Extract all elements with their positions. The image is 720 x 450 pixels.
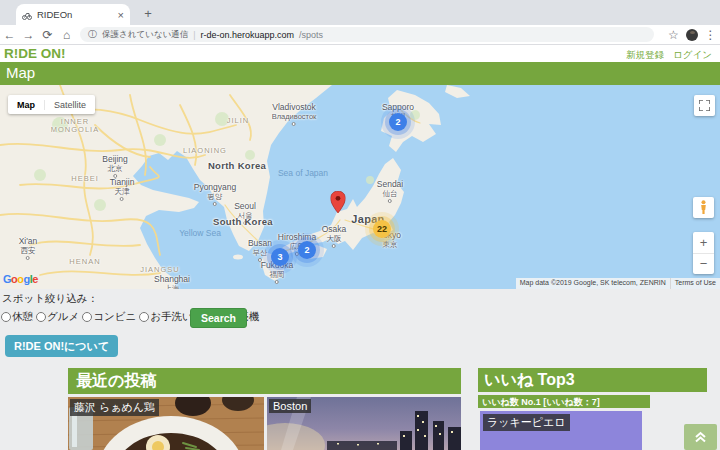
map-label: Shanghai上海 xyxy=(154,275,190,289)
filter-option-1[interactable]: グルメ xyxy=(36,310,79,324)
attribution-text: Map data ©2019 Google, SK telecom, ZENRI… xyxy=(516,278,670,289)
search-button[interactable]: Search xyxy=(190,308,247,328)
login-link[interactable]: ログイン xyxy=(673,49,712,62)
map-title-bar: Map xyxy=(0,62,720,85)
map-label: Tianjin天津 xyxy=(110,178,135,201)
map-title: Map xyxy=(0,62,720,81)
filter-option-label: お手洗い xyxy=(150,310,193,324)
map-label: VladivostokВладивосток xyxy=(272,103,317,126)
map-type-control: Map Satellite xyxy=(8,95,95,114)
reload-icon[interactable]: ⟳ xyxy=(38,28,57,42)
map-label: Osaka大阪 xyxy=(322,225,347,248)
map-label: Yellow Sea xyxy=(179,229,221,239)
pegman-button[interactable] xyxy=(693,197,714,218)
map-label: HENAN xyxy=(69,258,100,266)
google-logo[interactable]: Google xyxy=(3,273,38,285)
about-button[interactable]: R!DE ON!について xyxy=(5,335,118,357)
cluster-marker[interactable]: 2 xyxy=(389,113,407,131)
auth-links: 新規登録 ログイン xyxy=(626,49,712,62)
url-host: r-de-on.herokuapp.com xyxy=(201,30,295,40)
pegman-icon xyxy=(699,200,708,215)
zoom-out-button[interactable]: − xyxy=(693,254,714,275)
filter-radio[interactable] xyxy=(36,312,46,322)
map-label: South Korea xyxy=(213,217,273,228)
map-label: HEBEI xyxy=(71,175,99,183)
cluster-marker[interactable]: 22 xyxy=(373,220,391,238)
map-label: Pyongyang평양 xyxy=(194,183,237,206)
profile-avatar[interactable] xyxy=(686,29,698,41)
filter-option-label: 休憩 xyxy=(12,310,33,324)
forward-icon[interactable]: → xyxy=(19,28,38,42)
new-tab-button[interactable]: + xyxy=(140,6,156,21)
map-attribution: Map data ©2019 Google, SK telecom, ZENRI… xyxy=(516,278,720,289)
map-terrain xyxy=(0,85,720,289)
url-separator: | xyxy=(193,30,195,40)
terms-link[interactable]: Terms of Use xyxy=(670,278,720,289)
map-label: Sea of Japan xyxy=(278,169,328,179)
likes-top3-header: いいね Top3 xyxy=(478,368,707,392)
filter-option-label: コンビニ xyxy=(93,310,136,324)
filter-option-3[interactable]: お手洗い xyxy=(139,310,193,324)
map-label: North Korea xyxy=(208,161,266,172)
likes-rank1-bar: いいね数 No.1 [いいね数：7] xyxy=(478,395,650,408)
recent-post-card-ramen[interactable]: 藤沢 らぁめん鶏 xyxy=(68,397,264,450)
bookmark-star-icon[interactable]: ☆ xyxy=(664,28,683,42)
scroll-to-top-button[interactable] xyxy=(684,424,717,450)
address-bar: ← → ⟳ ⌂ ⓘ 保護されていない通信 | r-de-on.herokuapp… xyxy=(0,25,720,45)
cluster-marker[interactable]: 3 xyxy=(271,248,289,266)
browser-window: RIDEOn × + ← → ⟳ ⌂ ⓘ 保護されていない通信 | r-de-o… xyxy=(0,0,720,450)
browser-tab[interactable]: RIDEOn × xyxy=(16,4,130,25)
site-logo[interactable]: R!DE ON! xyxy=(4,46,66,61)
map-label: Xi'an西安 xyxy=(19,237,38,260)
map-type-map-button[interactable]: Map xyxy=(8,100,44,110)
url-path: /spots xyxy=(299,30,323,40)
url-field[interactable]: ⓘ 保護されていない通信 | r-de-on.herokuapp.com /sp… xyxy=(80,27,654,42)
filter-radio[interactable] xyxy=(82,312,92,322)
chevron-double-up-icon xyxy=(694,431,707,443)
recent-posts-header: 最近の投稿 xyxy=(68,368,461,394)
filter-option-2[interactable]: コンビニ xyxy=(82,310,136,324)
browser-menu-icon[interactable]: ⋮ xyxy=(701,28,720,42)
map-label: Beijing北京 xyxy=(102,155,128,178)
recent-post-card-boston[interactable]: Boston xyxy=(267,397,461,450)
filter-radio[interactable] xyxy=(1,312,11,322)
map-type-satellite-button[interactable]: Satellite xyxy=(44,100,95,110)
map-label: JILIN xyxy=(227,117,250,125)
likes-rank1-label: ラッキーピエロ xyxy=(483,414,570,431)
fullscreen-button[interactable] xyxy=(694,95,715,116)
fullscreen-icon xyxy=(699,100,710,111)
filter-option-label: グルメ xyxy=(47,310,79,324)
zoom-control: + − xyxy=(693,232,714,274)
filter-radio[interactable] xyxy=(139,312,149,322)
cluster-marker[interactable]: 2 xyxy=(298,241,316,259)
map-label: INNERMONGOLIA xyxy=(51,118,99,135)
post-label: 藤沢 らぁめん鶏 xyxy=(70,399,159,416)
map-canvas[interactable]: Map Satellite + − Google Map data ©2019 … xyxy=(0,85,720,289)
site-info-icon[interactable]: ⓘ xyxy=(88,28,97,41)
tab-close-icon[interactable]: × xyxy=(118,9,124,21)
likes-rank1-card[interactable]: ラッキーピエロ xyxy=(480,411,642,450)
zoom-in-button[interactable]: + xyxy=(693,232,714,254)
post-label: Boston xyxy=(269,399,311,413)
filter-title: スポット絞り込み： xyxy=(2,292,98,306)
back-icon[interactable]: ← xyxy=(0,28,19,42)
security-label: 保護されていない通信 xyxy=(102,29,188,41)
favicon-ride-icon xyxy=(22,10,32,20)
filter-option-0[interactable]: 休憩 xyxy=(1,310,33,324)
map-pin-marker[interactable] xyxy=(331,191,346,213)
tab-strip: RIDEOn × + xyxy=(0,0,720,25)
map-label: LIAONING xyxy=(183,147,227,155)
site-header: R!DE ON! 新規登録 ログイン xyxy=(0,45,720,62)
home-icon[interactable]: ⌂ xyxy=(57,28,76,42)
tab-title: RIDEOn xyxy=(37,9,113,20)
signup-link[interactable]: 新規登録 xyxy=(626,49,664,62)
map-label: Sendai仙台 xyxy=(377,180,403,203)
map-label: Busan부산 xyxy=(248,239,272,262)
